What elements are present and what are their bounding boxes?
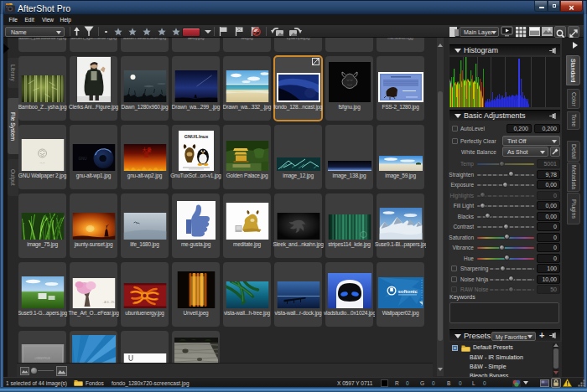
- svg-text:GNU: GNU: [78, 157, 86, 161]
- svg-text:(o_o): (o_o): [39, 162, 44, 164]
- svg-text:softonic: softonic: [397, 289, 418, 294]
- svg-text:LOREM IPSUM: LOREM IPSUM: [34, 357, 49, 360]
- svg-text:報: 報: [143, 152, 148, 158]
- svg-text:GNU/LInux: GNU/LInux: [184, 134, 208, 139]
- svg-text:- A·G - 2%: - A·G - 2%: [102, 301, 114, 304]
